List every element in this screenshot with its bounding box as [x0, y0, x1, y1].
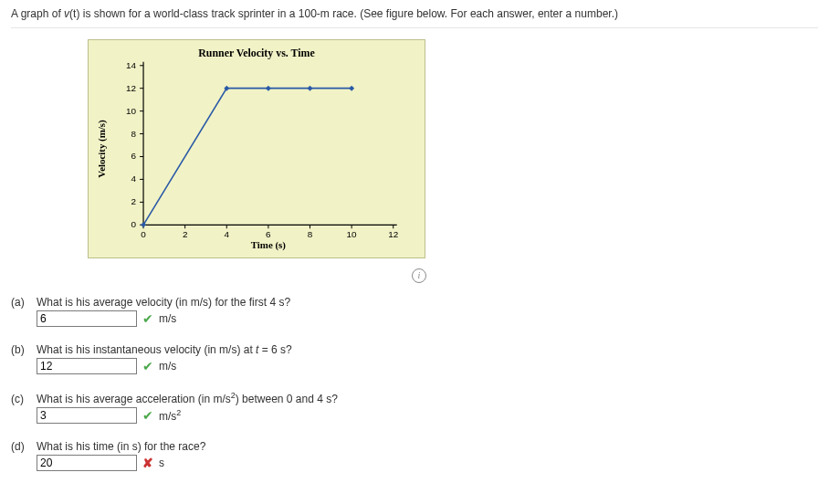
svg-text:4: 4	[225, 229, 230, 239]
unit-label: m/s	[159, 312, 176, 325]
svg-text:14: 14	[126, 60, 137, 70]
question-b: (b) What is his instantaneous velocity (…	[11, 343, 818, 374]
velocity-line	[143, 89, 352, 226]
question-c: (c) What is his average acceleration (in…	[11, 391, 818, 424]
svg-text:2: 2	[183, 229, 188, 239]
svg-text:12: 12	[388, 229, 399, 239]
svg-text:10: 10	[126, 106, 137, 116]
svg-text:12: 12	[126, 83, 137, 93]
unit-label: m/s	[159, 360, 176, 373]
question-letter: (d)	[11, 440, 37, 453]
svg-text:6: 6	[131, 152, 137, 162]
svg-text:0: 0	[141, 229, 146, 239]
answer-input-d[interactable]	[37, 455, 137, 471]
answer-input-a[interactable]	[37, 310, 137, 327]
svg-text:8: 8	[308, 229, 313, 239]
answer-input-c[interactable]	[37, 407, 137, 424]
question-letter: (a)	[11, 296, 37, 309]
check-icon: ✔	[142, 311, 153, 326]
question-text: What is his average velocity (in m/s) fo…	[37, 296, 290, 309]
question-d: (d) What is his time (in s) for the race…	[11, 440, 818, 471]
svg-text:4: 4	[131, 173, 137, 184]
info-icon[interactable]: i	[412, 268, 426, 283]
chart-container: Runner Velocity vs. Time Velocity (m/s) …	[88, 39, 818, 261]
question-letter: (c)	[11, 393, 37, 405]
unit-label: s	[159, 457, 164, 469]
question-text: What is his average acceleration (in m/s…	[37, 391, 338, 405]
svg-text:10: 10	[347, 229, 358, 239]
svg-text:2: 2	[131, 196, 137, 206]
svg-text:0: 0	[131, 219, 137, 229]
question-text: What is his time (in s) for the race?	[37, 440, 205, 453]
answer-input-b[interactable]	[37, 358, 137, 374]
x-axis-label: Time (s)	[251, 239, 287, 251]
unit-label: m/s2	[159, 408, 181, 423]
check-icon: ✔	[142, 359, 153, 373]
cross-icon: ✘	[142, 456, 153, 470]
intro-text: A graph of v(t) is shown for a world-cla…	[11, 7, 818, 28]
y-axis-label: Velocity (m/s)	[96, 120, 108, 178]
question-text: What is his instantaneous velocity (in m…	[37, 343, 292, 356]
velocity-time-chart: Runner Velocity vs. Time Velocity (m/s) …	[88, 39, 425, 258]
question-a: (a) What is his average velocity (in m/s…	[11, 296, 818, 327]
chart-title: Runner Velocity vs. Time	[198, 47, 315, 59]
question-letter: (b)	[11, 343, 37, 356]
check-icon: ✔	[142, 408, 153, 423]
svg-text:6: 6	[266, 229, 271, 239]
svg-text:8: 8	[131, 129, 137, 139]
